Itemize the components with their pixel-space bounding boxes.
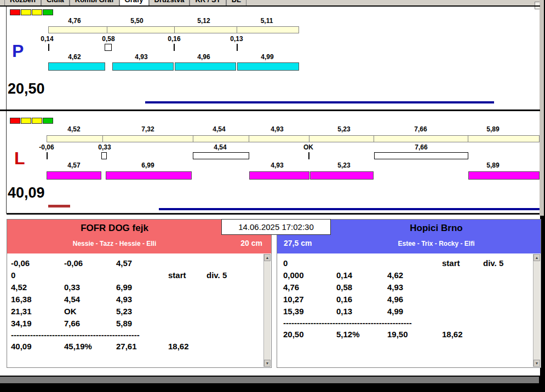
lane-l-total-time: 40,09	[8, 185, 45, 201]
lane-l-split-label: 7,32	[141, 125, 154, 133]
table-cell	[483, 328, 532, 341]
tab-dl[interactable]: DL	[226, 0, 246, 5]
table-cell: -0,06	[11, 257, 64, 269]
tab-grafy[interactable]: Grafy	[119, 0, 149, 5]
lane-l-change-marker	[47, 152, 48, 159]
scroll-down-button[interactable]: ▼	[264, 360, 271, 367]
table-cell	[442, 281, 483, 293]
graph-scrollbar-track[interactable]	[540, 0, 544, 216]
tab-cidla[interactable]: Čidla	[41, 0, 70, 5]
totals-row: 20,505,12%19,5018,62	[278, 328, 532, 341]
table-cell: 7,66	[64, 318, 116, 330]
lane-l-status-light-2	[21, 118, 31, 124]
lane-p-split-label: 5,11	[261, 17, 273, 25]
lane-l-split-label: 5,23	[337, 125, 350, 133]
scroll-down-button[interactable]: ▼	[533, 360, 540, 367]
table-cell	[206, 257, 263, 269]
lane-l-split-ruler	[47, 135, 540, 142]
table-cell: 0,16	[336, 293, 387, 305]
lane-l-split-label: 4,52	[67, 125, 80, 133]
separator-row: ----------------------------------------…	[8, 330, 263, 341]
lane-p-change-label: 0,13	[230, 35, 243, 43]
ruler-divider	[309, 136, 309, 142]
right-table-scrollbar[interactable]: ▲ ▼	[533, 254, 540, 367]
table-cell: OK	[64, 305, 116, 318]
lane-l-change-marker	[101, 152, 107, 159]
table-cell: 0,13	[336, 305, 387, 318]
tab-kr-st[interactable]: KR / ST	[190, 0, 226, 5]
table-cell	[483, 293, 532, 305]
lane-divider	[0, 109, 540, 111]
table-cell	[168, 318, 206, 330]
lane-l-change-marker	[374, 152, 468, 159]
right-team-dogs: Estee - Trix - Rocky - Elfi	[331, 240, 542, 247]
lane-p-change-marker	[48, 44, 49, 51]
ruler-divider	[468, 136, 468, 142]
lane-p-run-bar	[237, 62, 299, 71]
table-cell: 4,57	[116, 257, 168, 269]
lane-l-split-label: 5,89	[486, 125, 499, 133]
ruler-divider	[174, 27, 175, 33]
table-cell: start	[168, 269, 206, 281]
table-cell	[442, 305, 483, 318]
right-team-panel: Hopici Brno Estee - Trix - Rocky - Elfi …	[277, 219, 541, 368]
left-team-panel: FOFR DOG fejk Nessie - Tazz - Hessie - E…	[7, 219, 272, 368]
table-cell: 4,62	[387, 269, 442, 281]
ruler-divider	[193, 136, 193, 142]
table-cell: 0,33	[64, 281, 116, 293]
table-cell: 15,39	[283, 305, 336, 318]
result-row: 0startdiv. 5	[8, 269, 263, 281]
table-cell: 4,54	[64, 293, 116, 305]
lane-l-split-label: 7,66	[414, 125, 427, 133]
lane-p-change-label: 0,58	[102, 35, 114, 43]
lane-l-run-label: 4,57	[67, 162, 80, 169]
lane-l-status-light-1	[10, 118, 20, 124]
lane-l-status-light-4	[43, 118, 53, 124]
table-cell	[64, 269, 116, 281]
result-row: 4,520,336,99	[8, 281, 263, 293]
table-cell: 4,99	[387, 305, 442, 318]
lane-p-timeline-bar	[145, 101, 494, 103]
tab-rozbeh[interactable]: Rozběh	[4, 0, 41, 5]
lane-p-total-time: 20,50	[8, 80, 45, 97]
separator-row: ----------------------------------------…	[278, 318, 532, 328]
lane-l-letter: L	[14, 150, 25, 166]
table-cell: 27,61	[116, 341, 168, 353]
ruler-divider	[107, 27, 107, 33]
table-cell: 4,96	[387, 293, 442, 305]
lane-p-run-bar	[112, 62, 174, 71]
ruler-divider	[237, 27, 237, 33]
scroll-up-button[interactable]: ▲	[264, 254, 271, 261]
scroll-up-button[interactable]: ▲	[533, 254, 540, 261]
left-team-jump-height: 20 cm	[240, 239, 262, 247]
table-cell	[168, 305, 206, 318]
lane-l-timeline-bar	[159, 208, 540, 210]
lane-p-status-light-4	[43, 9, 53, 15]
table-cell: 19,50	[387, 328, 442, 341]
result-row: 0startdiv. 5	[278, 257, 532, 269]
tab-druzstva[interactable]: Družstva	[149, 0, 190, 5]
lane-p-run-bar	[48, 62, 105, 71]
lane-p-status-light-1	[10, 9, 20, 15]
result-row: 21,31OK5,23	[8, 305, 263, 318]
table-cell: 40,09	[11, 341, 64, 353]
tab-kombi-graf[interactable]: Kombi Graf	[70, 0, 119, 5]
lane-l-run-bar	[106, 171, 192, 180]
table-cell: 16,38	[11, 293, 64, 305]
result-row: 16,384,544,93	[8, 293, 263, 305]
lane-p-run-bar	[175, 62, 236, 71]
table-cell	[206, 305, 263, 318]
table-cell: -0,06	[64, 257, 116, 269]
table-cell: 10,27	[283, 293, 336, 305]
table-cell: div. 5	[483, 257, 532, 269]
table-cell	[483, 281, 532, 293]
table-cell: 45,19%	[64, 341, 116, 353]
table-cell: 4,93	[116, 293, 168, 305]
lane-l-change-label: 4,54	[214, 143, 226, 151]
lane-p-change-marker	[174, 44, 175, 51]
table-cell	[483, 305, 532, 318]
left-table-scrollbar[interactable]: ▲ ▼	[263, 254, 271, 367]
table-cell: 4,52	[11, 281, 64, 293]
result-row: 15,390,134,99	[278, 305, 532, 318]
app-window: Rozběh Čidla Kombi Graf Grafy Družstva K…	[0, 0, 545, 392]
